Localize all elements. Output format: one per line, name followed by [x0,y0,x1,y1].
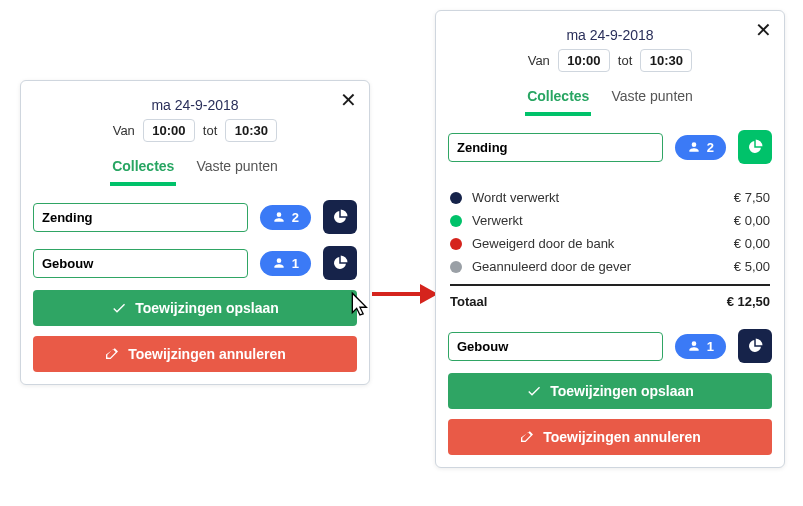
from-label: Van [528,53,550,68]
cancel-button-label: Toewijzingen annuleren [543,429,701,445]
stat-total: Totaal € 12,50 [450,290,770,317]
user-icon [272,256,286,270]
divider [450,284,770,286]
status-dot [450,215,462,227]
stat-label: Wordt verwerkt [472,190,724,205]
expand-stats-button[interactable] [323,200,357,234]
collection-row: Zending 2 [33,200,357,234]
total-value: € 12,50 [727,294,770,309]
eraser-icon [519,429,535,445]
tabs: Collectes Vaste punten [448,84,772,116]
collection-name-input[interactable]: Zending [33,203,248,232]
time-to-input[interactable]: 10:30 [225,119,277,142]
tab-vaste-punten[interactable]: Vaste punten [609,84,694,116]
cancel-button[interactable]: Toewijzingen annuleren [33,336,357,372]
cancel-button[interactable]: Toewijzingen annuleren [448,419,772,455]
people-badge[interactable]: 2 [675,135,726,160]
status-dot [450,192,462,204]
check-icon [526,383,542,399]
date-label: ma 24-9-2018 [448,21,772,49]
save-button-label: Toewijzingen opslaan [550,383,694,399]
collection-row: Gebouw 1 [33,246,357,280]
arrow-icon [372,282,442,306]
people-count: 1 [292,256,299,271]
stat-value: € 5,00 [734,259,770,274]
time-row: Van 10:00 tot 10:30 [448,49,772,84]
people-count: 2 [707,140,714,155]
expand-stats-button[interactable] [738,329,772,363]
collection-name-input[interactable]: Zending [448,133,663,162]
people-badge[interactable]: 2 [260,205,311,230]
tab-vaste-punten[interactable]: Vaste punten [194,154,279,186]
eraser-icon [104,346,120,362]
save-button[interactable]: Toewijzingen opslaan [448,373,772,409]
collection-name-input[interactable]: Gebouw [33,249,248,278]
save-button[interactable]: Toewijzingen opslaan [33,290,357,326]
stat-row: Wordt verwerkt € 7,50 [450,186,770,209]
pie-chart-icon [331,208,349,226]
expand-stats-button[interactable] [738,130,772,164]
time-to-input[interactable]: 10:30 [640,49,692,72]
cancel-button-label: Toewijzingen annuleren [128,346,286,362]
stat-row: Geannuleerd door de gever € 5,00 [450,255,770,278]
collection-name-input[interactable]: Gebouw [448,332,663,361]
stat-value: € 7,50 [734,190,770,205]
tab-collectes[interactable]: Collectes [525,84,591,116]
date-label: ma 24-9-2018 [33,91,357,119]
user-icon [687,339,701,353]
dialog-collapsed: ✕ ma 24-9-2018 Van 10:00 tot 10:30 Colle… [20,80,370,385]
collection-row: Gebouw 1 [448,329,772,363]
expand-stats-button[interactable] [323,246,357,280]
time-from-input[interactable]: 10:00 [143,119,195,142]
stat-label: Geannuleerd door de gever [472,259,724,274]
tab-collectes[interactable]: Collectes [110,154,176,186]
stat-row: Geweigerd door de bank € 0,00 [450,232,770,255]
close-icon[interactable]: ✕ [337,89,359,111]
user-icon [687,140,701,154]
people-count: 1 [707,339,714,354]
close-icon[interactable]: ✕ [752,19,774,41]
tabs: Collectes Vaste punten [33,154,357,186]
stat-label: Verwerkt [472,213,724,228]
stats-breakdown: Wordt verwerkt € 7,50 Verwerkt € 0,00 Ge… [448,186,772,317]
status-dot [450,238,462,250]
time-from-input[interactable]: 10:00 [558,49,610,72]
dialog-expanded: ✕ ma 24-9-2018 Van 10:00 tot 10:30 Colle… [435,10,785,468]
people-badge[interactable]: 1 [675,334,726,359]
to-label: tot [203,123,217,138]
stat-row: Verwerkt € 0,00 [450,209,770,232]
time-row: Van 10:00 tot 10:30 [33,119,357,154]
check-icon [111,300,127,316]
stat-value: € 0,00 [734,213,770,228]
pie-chart-icon [746,138,764,156]
pie-chart-icon [746,337,764,355]
people-badge[interactable]: 1 [260,251,311,276]
from-label: Van [113,123,135,138]
save-button-label: Toewijzingen opslaan [135,300,279,316]
status-dot [450,261,462,273]
total-label: Totaal [450,294,727,309]
pie-chart-icon [331,254,349,272]
stat-label: Geweigerd door de bank [472,236,724,251]
collection-row: Zending 2 [448,130,772,164]
to-label: tot [618,53,632,68]
stat-value: € 0,00 [734,236,770,251]
people-count: 2 [292,210,299,225]
user-icon [272,210,286,224]
